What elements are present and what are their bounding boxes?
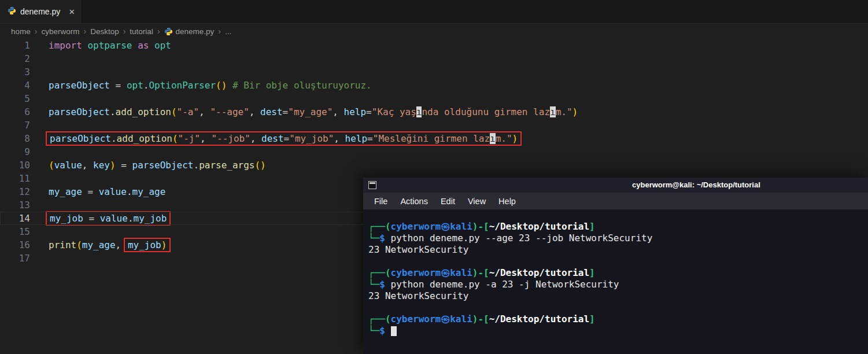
token-frame: )-[ <box>472 267 489 278</box>
breadcrumb-separator: › <box>123 27 126 36</box>
code-line[interactable]: 10(value, key) = parseObject.parse_args(… <box>0 158 868 172</box>
token-var: help <box>345 133 368 144</box>
breadcrumb-item[interactable]: home <box>11 27 31 36</box>
token-sym: ㉿ <box>441 267 450 278</box>
code-line[interactable]: 6parseObject.add_option("-a", "--age", d… <box>0 105 868 119</box>
terminal-window: cyberworm@kali: ~/Desktop/tutorial FileA… <box>363 178 868 354</box>
breadcrumb-item[interactable]: tutorial <box>130 27 153 36</box>
code-text: (value, key) = parseObject.parse_args() <box>30 158 266 172</box>
tab-close-icon[interactable]: × <box>69 7 75 17</box>
token-str: "my_age" <box>288 106 333 117</box>
code-line[interactable]: 4parseObject = opt.OptionParser() # Bir … <box>0 79 868 92</box>
line-number: 9 <box>0 145 30 158</box>
token-op: = <box>367 133 373 144</box>
code-line[interactable]: 8parseObject.add_option("-j", "--job", d… <box>0 132 868 145</box>
token-cm: # Bir obje oluşturuyoruz. <box>232 80 372 91</box>
breadcrumb-separator: › <box>157 27 160 36</box>
token-frame: └─ <box>368 279 379 290</box>
token-txt: python deneme.py -a 23 -j NetworkSecurit… <box>385 279 619 290</box>
code-text: my_age = value.my_age <box>30 185 165 198</box>
token-op: . <box>127 186 132 197</box>
token-ns: optparse <box>87 40 132 51</box>
token-user: kali <box>450 221 472 232</box>
line-number: 12 <box>0 185 30 198</box>
menu-view[interactable]: View <box>466 196 487 207</box>
token-frame: ┌──( <box>368 221 391 232</box>
token-op: . <box>128 213 134 224</box>
breadcrumb-item[interactable]: ... <box>225 27 231 36</box>
token-br: ) <box>512 133 518 144</box>
breadcrumb-label: ... <box>225 27 231 36</box>
terminal-line: 23 NetworkSecurity <box>368 244 868 256</box>
menu-actions[interactable]: Actions <box>398 196 430 207</box>
token-dollar: $ <box>379 233 385 244</box>
token-str: "Mesleğini girmen laz <box>373 133 490 144</box>
menu-edit[interactable]: Edit <box>439 196 457 207</box>
token-op: , <box>199 106 210 117</box>
breadcrumb-item[interactable]: Desktop <box>90 27 119 36</box>
breadcrumb-label: Desktop <box>90 27 119 36</box>
line-number: 14 <box>0 212 30 225</box>
token-br: () <box>254 160 265 171</box>
code-text <box>30 119 49 132</box>
token-str: m." <box>556 106 572 117</box>
token-str: "-a" <box>177 106 200 117</box>
token-sym: ㉿ <box>441 221 450 232</box>
token-op: = <box>284 133 290 144</box>
code-line[interactable]: 5 <box>0 92 868 105</box>
terminal-line: └─$ python deneme.py -a 23 -j NetworkSec… <box>368 279 868 290</box>
token-op: = <box>83 213 100 224</box>
token-str: m." <box>496 133 512 144</box>
breadcrumb-label: tutorial <box>130 27 153 36</box>
token-var: my_job <box>128 239 161 250</box>
token-br: () <box>216 80 227 91</box>
code-line[interactable]: 9 <box>0 145 868 158</box>
line-number: 11 <box>0 172 30 185</box>
breadcrumb-label: cyberworm <box>41 27 79 36</box>
token-op: , <box>82 160 93 171</box>
breadcrumb-label: deneme.py <box>176 27 215 36</box>
code-line[interactable]: 7 <box>0 119 868 132</box>
token-sym: ㉿ <box>441 314 450 325</box>
terminal-icon <box>368 181 376 189</box>
missing-glyph-box: ı <box>550 106 556 117</box>
token-op: . <box>110 106 116 117</box>
token-op <box>132 40 138 51</box>
token-var: key <box>93 160 110 171</box>
token-br: ( <box>171 106 177 117</box>
code-line[interactable]: 1import optparse as opt <box>0 39 868 52</box>
menu-help[interactable]: Help <box>497 196 518 207</box>
token-br: ) <box>110 160 116 171</box>
token-var: parseObject <box>49 80 110 91</box>
terminal-line: ┌──(cyberworm㉿kali)-[~/Desktop/tutorial] <box>368 221 868 233</box>
line-number: 13 <box>0 198 30 212</box>
token-txt: 23 NetworkSecurity <box>368 244 468 255</box>
breadcrumb-item[interactable]: deneme.py <box>164 27 215 36</box>
token-op: , <box>200 133 211 144</box>
terminal-titlebar[interactable]: cyberworm@kali: ~/Desktop/tutorial <box>363 178 868 193</box>
token-op <box>82 40 88 51</box>
code-line[interactable]: 2 <box>0 52 868 65</box>
tab-bar: deneme.py × <box>0 0 868 24</box>
token-str: "--job" <box>211 133 250 144</box>
terminal-title: cyberworm@kali: ~/Desktop/tutorial <box>632 178 760 193</box>
code-text <box>30 145 49 158</box>
breadcrumb-item[interactable]: cyberworm <box>41 27 79 36</box>
token-txt: 23 NetworkSecurity <box>368 290 468 301</box>
tab-deneme-py[interactable]: deneme.py × <box>0 0 81 23</box>
token-op: = <box>110 80 127 91</box>
line-number: 4 <box>0 79 30 92</box>
menu-file[interactable]: File <box>372 196 389 207</box>
token-kw: as <box>138 40 149 51</box>
terminal-line: └─$ <box>368 325 868 337</box>
token-frame: ┌──( <box>368 267 391 278</box>
code-text <box>30 65 49 79</box>
terminal-menubar: FileActionsEditViewHelp <box>363 193 868 209</box>
token-txt: python deneme.py --age 23 --job NetworkS… <box>385 233 652 244</box>
code-text: parseObject.add_option("-j", "--job", de… <box>30 132 522 145</box>
line-number: 17 <box>0 252 30 265</box>
terminal-output[interactable]: ┌──(cyberworm㉿kali)-[~/Desktop/tutorial]… <box>363 209 868 354</box>
python-icon <box>164 27 173 36</box>
token-ns: OptionParser <box>149 80 216 91</box>
code-line[interactable]: 3 <box>0 65 868 79</box>
